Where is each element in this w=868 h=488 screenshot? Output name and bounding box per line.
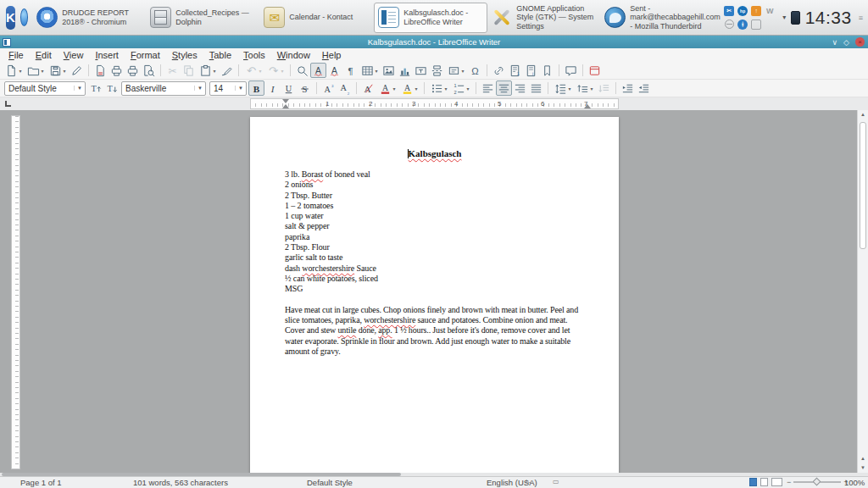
show-desktop-icon[interactable] bbox=[20, 8, 28, 26]
font-color-button[interactable] bbox=[376, 80, 398, 96]
tab-stop-selector-icon[interactable] bbox=[5, 101, 11, 107]
insert-image-button[interactable] bbox=[381, 63, 397, 78]
menu-item[interactable]: Edit bbox=[30, 50, 58, 60]
zoom-level[interactable]: 100% bbox=[844, 478, 865, 487]
insert-chart-button[interactable] bbox=[397, 63, 413, 78]
document-title-line[interactable]: Kalbsgulasch bbox=[285, 148, 584, 158]
insert-endnote-button[interactable] bbox=[523, 63, 539, 78]
taskbar-task[interactable]: Kalbsgulasch.doc - LibreOffice Writer bbox=[374, 3, 487, 33]
book-view-icon[interactable] bbox=[771, 478, 782, 486]
paste-button[interactable] bbox=[197, 63, 219, 78]
new-style-button[interactable] bbox=[103, 80, 120, 96]
maximize-button[interactable]: ◇ bbox=[843, 38, 849, 47]
edit-mode-button[interactable] bbox=[69, 63, 85, 78]
scroll-up-icon[interactable]: ▲ bbox=[860, 110, 865, 119]
font-size-combo[interactable]: 14 ▼ bbox=[209, 81, 247, 96]
decrease-indent-button[interactable] bbox=[636, 80, 652, 96]
ingredient-line[interactable]: 1 cup water bbox=[285, 211, 584, 221]
zoom-slider[interactable] bbox=[793, 481, 841, 483]
selection-mode-icon[interactable]: ▭ bbox=[553, 478, 559, 485]
single-page-view-icon[interactable] bbox=[749, 478, 757, 486]
update-style-button[interactable] bbox=[87, 80, 103, 96]
export-pdf-button[interactable] bbox=[92, 63, 108, 78]
left-indent-marker[interactable] bbox=[282, 104, 289, 108]
vertical-scrollbar[interactable]: ▲ ▲ ▼ bbox=[857, 110, 868, 473]
ingredient-line[interactable]: salt & pepper bbox=[285, 221, 584, 231]
insert-mode-icon[interactable]: I– bbox=[526, 478, 531, 485]
subscript-button[interactable] bbox=[337, 80, 353, 96]
recipe-paragraph[interactable]: Have meat cut in large cubes. Chop onion… bbox=[285, 305, 583, 358]
insert-table-button[interactable] bbox=[359, 63, 381, 78]
menu-item[interactable]: Styles bbox=[166, 50, 203, 60]
ingredient-line[interactable]: 2 Tbsp. Flour bbox=[285, 242, 584, 252]
tray-icon[interactable] bbox=[751, 19, 761, 30]
print-directly-button[interactable] bbox=[108, 63, 125, 78]
ingredient-line[interactable]: MSG bbox=[285, 284, 584, 294]
tray-icon[interactable] bbox=[725, 19, 734, 29]
zoom-slider-thumb[interactable] bbox=[813, 478, 821, 486]
undo-button[interactable] bbox=[242, 63, 264, 78]
special-character-button[interactable] bbox=[467, 63, 483, 78]
auto-spellcheck-button[interactable] bbox=[310, 63, 326, 78]
highlight-color-button[interactable] bbox=[398, 80, 420, 96]
open-button[interactable] bbox=[25, 63, 47, 78]
increase-paragraph-spacing-button[interactable] bbox=[574, 80, 596, 96]
vertical-ruler[interactable] bbox=[11, 115, 20, 469]
taskbar-task[interactable]: GNOME Application Style (GTK) — System S… bbox=[487, 3, 601, 33]
menu-item[interactable]: View bbox=[58, 50, 90, 60]
menu-item[interactable]: Insert bbox=[89, 50, 125, 60]
ingredient-line[interactable]: 2 onions bbox=[285, 180, 584, 190]
tray-icon[interactable]: ↑ bbox=[751, 6, 761, 16]
page-style[interactable]: Default Style bbox=[307, 478, 353, 487]
align-right-button[interactable] bbox=[512, 80, 528, 96]
first-line-indent-marker[interactable] bbox=[282, 99, 289, 103]
page-break-button[interactable] bbox=[429, 63, 445, 78]
bullets-button[interactable] bbox=[428, 80, 450, 96]
scrollbar-thumb[interactable] bbox=[860, 122, 866, 249]
insert-hyperlink-button[interactable] bbox=[491, 63, 507, 78]
increase-indent-button[interactable] bbox=[620, 80, 636, 96]
application-launcher-icon[interactable]: K bbox=[6, 6, 15, 30]
italic-button[interactable] bbox=[264, 80, 281, 96]
chevron-down-icon[interactable]: ▼ bbox=[74, 86, 85, 91]
tray-icon[interactable]: W bbox=[765, 6, 775, 16]
insert-comment-button[interactable] bbox=[563, 63, 579, 78]
find-replace-button[interactable] bbox=[294, 63, 310, 78]
ingredient-line[interactable]: paprika bbox=[285, 232, 584, 242]
page-count[interactable]: Page 1 of 1 bbox=[20, 478, 62, 487]
close-button[interactable]: × bbox=[855, 37, 865, 47]
underline-button[interactable] bbox=[281, 80, 297, 96]
insert-bookmark-button[interactable] bbox=[539, 63, 555, 78]
justify-button[interactable] bbox=[528, 80, 544, 96]
taskbar-task[interactable]: DRUDGE REPORT 2018® - Chromium bbox=[33, 3, 147, 33]
menu-item[interactable]: Window bbox=[271, 50, 316, 60]
insert-footnote-button[interactable] bbox=[507, 63, 523, 78]
tray-expander-icon[interactable]: ▾ bbox=[782, 14, 786, 21]
insert-field-button[interactable] bbox=[445, 63, 467, 78]
align-center-button[interactable] bbox=[496, 80, 512, 96]
superscript-button[interactable] bbox=[320, 80, 337, 96]
zoom-control[interactable]: − + bbox=[787, 478, 849, 486]
menu-item[interactable]: Format bbox=[125, 50, 166, 60]
print-preview-button[interactable] bbox=[141, 63, 157, 78]
panel-handle-icon[interactable]: ≡ bbox=[859, 14, 863, 22]
tray-icon[interactable]: ✂ bbox=[724, 6, 734, 16]
scroll-up2-icon[interactable]: ▲ bbox=[860, 454, 865, 463]
paragraph-style-combo[interactable]: Default Style ▼ bbox=[4, 81, 86, 96]
redo-button[interactable] bbox=[264, 63, 287, 78]
bold-button[interactable] bbox=[248, 80, 264, 96]
print-button[interactable] bbox=[125, 63, 141, 78]
tray-icon[interactable]: hp bbox=[737, 6, 748, 16]
clone-formatting-button[interactable] bbox=[219, 63, 235, 78]
save-button[interactable] bbox=[47, 63, 69, 78]
titlebar[interactable]: Kalbsgulasch.doc - LibreOffice Writer ∨ … bbox=[0, 36, 868, 48]
copy-button[interactable] bbox=[181, 63, 197, 78]
display-configuration-icon[interactable] bbox=[791, 11, 799, 25]
ingredient-line[interactable]: 1 – 2 tomatoes bbox=[285, 201, 584, 211]
menu-item[interactable]: Table bbox=[203, 50, 237, 60]
scroll-down-icon[interactable]: ▼ bbox=[860, 463, 865, 473]
zoom-out-icon[interactable]: − bbox=[787, 478, 791, 486]
new-button[interactable] bbox=[3, 63, 25, 78]
font-name-combo[interactable]: Baskerville ▼ bbox=[121, 81, 206, 96]
tray-icon[interactable]: ᚼ bbox=[737, 19, 748, 30]
